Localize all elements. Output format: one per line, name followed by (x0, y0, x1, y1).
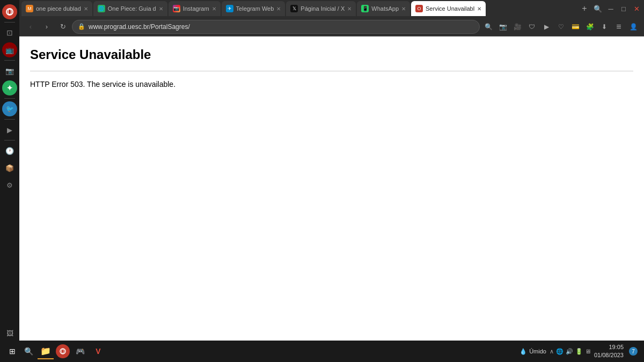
weather-widget: 💧 Úmido (519, 348, 546, 355)
tab-label-6: Service Unavailabl (426, 5, 474, 12)
sidebar-divider-4 (4, 119, 15, 120)
tab-favicon-5: 📱 (361, 5, 369, 12)
maximize-icon[interactable]: □ (618, 3, 629, 14)
youtube-icon[interactable]: ▶ (2, 122, 17, 137)
camera-nav-icon[interactable]: 🎥 (511, 20, 524, 33)
sidebar-divider-1 (4, 22, 15, 23)
page-body-text: HTTP Error 503. The service is unavailab… (30, 80, 633, 88)
close-window-icon[interactable]: ✕ (631, 3, 642, 14)
camera-icon[interactable]: 📷 (2, 63, 17, 78)
address-search-icon[interactable]: 🔍 (482, 20, 495, 33)
sidebar-divider-2 (4, 60, 15, 61)
history-icon[interactable]: 🕐 (2, 143, 17, 158)
browser-tab-0[interactable]: Mone piece dublad✕ (21, 1, 92, 16)
tab-close-2[interactable]: ✕ (212, 6, 216, 12)
browser-tab-2[interactable]: 📷Instagram✕ (169, 1, 221, 16)
systray: ∧ 🌐 🔊 🔋 🖥 (550, 348, 591, 355)
extensions-icon[interactable]: 🧩 (583, 20, 596, 33)
battery-icon[interactable]: 🔋 (575, 348, 583, 355)
twitter-icon[interactable]: 🐦 (2, 101, 17, 116)
minimize-icon[interactable]: ─ (605, 3, 616, 14)
tab-close-3[interactable]: ✕ (276, 6, 281, 12)
tab-close-5[interactable]: ✕ (401, 6, 406, 12)
tab-label-1: One Piece: Guia d (108, 5, 156, 12)
tab-bar: Mone piece dublad✕🌐One Piece: Guia d✕📷In… (19, 0, 644, 17)
wallet-icon[interactable]: 💳 (569, 20, 582, 33)
weather-label: Úmido (529, 348, 546, 354)
sidebar-divider-5 (4, 140, 15, 141)
weather-icon: 💧 (519, 348, 527, 355)
tab-favicon-6: O (415, 5, 423, 12)
tab-close-6[interactable]: ✕ (477, 6, 481, 12)
browser-tab-5[interactable]: 📱WhatsApp✕ (357, 1, 410, 16)
tab-bar-right: 🔍 ─ □ ✕ (592, 3, 642, 14)
address-bar[interactable]: 🔒 www.prograd.uesc.br/PortalSagres/ (72, 20, 480, 34)
forward-button[interactable]: › (40, 20, 54, 34)
browser-tab-3[interactable]: ✈Telegram Web✕ (222, 1, 286, 16)
display-icon[interactable]: 🖥 (585, 348, 591, 354)
back-button[interactable]: ‹ (24, 20, 38, 34)
tab-label-0: one piece dublad (36, 5, 81, 12)
file-explorer-icon[interactable]: 📁 (38, 343, 54, 359)
tab-favicon-0: M (26, 5, 33, 12)
reload-button[interactable]: ↻ (56, 20, 70, 34)
speed-dial-icon[interactable]: ⊡ (2, 25, 17, 40)
browser-tab-1[interactable]: 🌐One Piece: Guia d✕ (93, 1, 167, 16)
gallery-icon[interactable]: 🖼 (2, 326, 17, 341)
svg-point-3 (62, 349, 64, 353)
svg-point-1 (8, 9, 11, 14)
download-icon[interactable]: ⬇ (598, 20, 611, 33)
tab-close-0[interactable]: ✕ (84, 6, 88, 12)
sidebar-divider-3 (4, 98, 15, 99)
browser-tab-4[interactable]: 𝕏Página Inicial / X✕ (286, 1, 356, 16)
page-title: Service Unavailable (30, 47, 633, 62)
nav-bar: ‹ › ↻ 🔒 www.prograd.uesc.br/PortalSagres… (19, 17, 644, 36)
tab-label-3: Telegram Web (236, 5, 274, 12)
clock-time: 19:05 (594, 343, 624, 351)
taskbar-right: 💧 Úmido ∧ 🌐 🔊 🔋 🖥 19:05 01/08/2023 7 (519, 343, 640, 360)
page-divider (30, 71, 633, 71)
tab-label-4: Página Inicial / X (301, 5, 345, 12)
expand-icon[interactable]: ∧ (550, 348, 554, 355)
tab-favicon-3: ✈ (226, 5, 233, 12)
url-text: www.prograd.uesc.br/PortalSagres/ (89, 23, 474, 31)
browser-tab-6[interactable]: OService Unavailabl✕ (411, 1, 486, 16)
opera-logo-icon[interactable] (2, 4, 17, 19)
discord-taskbar-icon[interactable]: 🎮 (72, 343, 88, 359)
new-tab-button[interactable]: + (577, 2, 591, 16)
tab-label-5: WhatsApp (371, 5, 399, 12)
shield-icon[interactable]: 🛡 (525, 20, 538, 33)
packages-icon[interactable]: 📦 (2, 160, 17, 175)
notification-button[interactable]: 7 (627, 345, 640, 358)
tab-favicon-1: 🌐 (98, 5, 105, 12)
notification-badge: 7 (629, 347, 638, 356)
chatgpt-icon[interactable]: ✦ (2, 80, 17, 95)
clock: 19:05 01/08/2023 (594, 343, 624, 360)
opera-taskbar-icon[interactable] (56, 344, 70, 358)
vivaldi-taskbar-icon[interactable]: V (90, 343, 106, 359)
music-icon[interactable]: ▶ (540, 20, 553, 33)
search-tabs-icon[interactable]: 🔍 (592, 3, 603, 14)
page-content: Service Unavailable HTTP Error 503. The … (19, 36, 644, 362)
menu-icon[interactable]: ≡ (612, 20, 625, 33)
tab-favicon-4: 𝕏 (290, 5, 298, 12)
volume-icon[interactable]: 🔊 (566, 348, 573, 355)
sidebar: ⊡ 📺 📷 ✦ 🐦 ▶ 🕐 📦 ⚙ 🖼 ••• (0, 0, 19, 362)
start-button[interactable]: ⊞ (4, 343, 20, 359)
screenshot-icon[interactable]: 📷 (496, 20, 509, 33)
twitch-icon[interactable]: 📺 (2, 42, 17, 57)
tab-favicon-2: 📷 (173, 5, 180, 12)
tab-close-4[interactable]: ✕ (347, 6, 352, 12)
taskbar-search-button[interactable]: 🔍 (20, 343, 36, 359)
taskbar: ⊞ 🔍 📁 🎮 V 💧 Úmido ∧ 🌐 🔊 🔋 🖥 19:05 01/08/… (0, 341, 644, 362)
clock-date: 01/08/2023 (594, 351, 624, 359)
network-icon[interactable]: 🌐 (556, 348, 564, 355)
heart-icon[interactable]: ♡ (554, 20, 567, 33)
lock-icon: 🔒 (78, 23, 85, 30)
tab-label-2: Instagram (183, 5, 209, 12)
settings-icon[interactable]: ⚙ (2, 178, 17, 193)
tab-close-1[interactable]: ✕ (159, 6, 163, 12)
nav-right-buttons: 🔍 📷 🎥 🛡 ▶ ♡ 💳 🧩 ⬇ ≡ 👤 (482, 20, 640, 33)
account-icon[interactable]: 👤 (627, 20, 640, 33)
svg-point-0 (6, 9, 13, 15)
